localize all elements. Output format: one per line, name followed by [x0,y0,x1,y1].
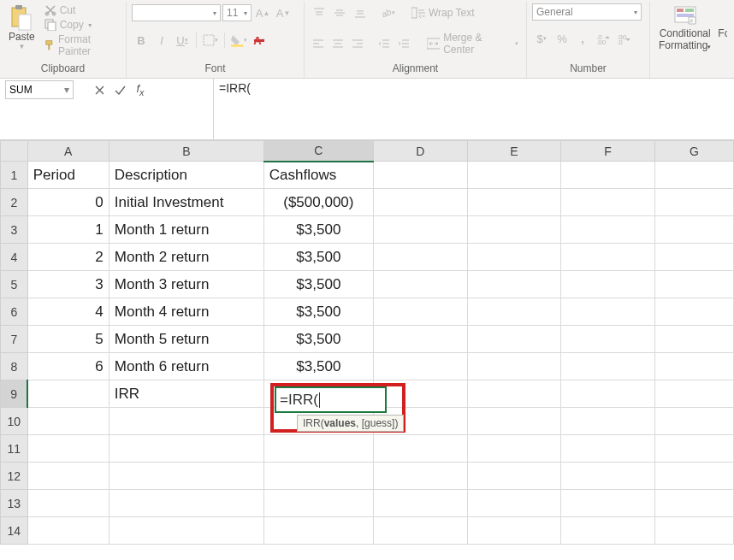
cell[interactable]: 6 [27,353,109,380]
cell[interactable] [467,463,561,490]
cell[interactable]: 1 [27,216,109,244]
row-header[interactable]: 8 [1,353,28,380]
cell[interactable]: Cashflows [263,162,373,189]
cell[interactable] [654,298,733,326]
number-format-combo[interactable]: General ▾ [532,3,642,21]
cell[interactable] [373,463,467,490]
cell[interactable] [561,517,655,545]
cell[interactable] [654,189,733,216]
row-header[interactable]: 1 [1,162,28,189]
cell[interactable] [467,216,561,244]
comma-format-button[interactable]: , [573,29,592,48]
cell[interactable] [109,435,263,463]
font-name-combo[interactable]: ▾ [132,4,221,21]
increase-font-button[interactable]: A▲ [253,3,272,22]
cell[interactable] [373,216,467,244]
cell[interactable] [561,244,655,271]
align-top-button[interactable] [310,3,329,22]
row-header[interactable]: 5 [1,271,28,298]
cell[interactable] [467,162,561,189]
cell[interactable] [109,517,263,545]
row-header[interactable]: 11 [1,435,28,463]
row-header[interactable]: 9 [1,380,28,408]
cell[interactable] [654,408,733,435]
underline-button[interactable]: U▾ [173,31,192,50]
cell[interactable] [561,353,655,380]
wrap-text-button[interactable]: Wrap Text [409,6,477,20]
cell[interactable] [373,380,467,408]
cell[interactable] [654,353,733,380]
cell[interactable] [654,380,733,408]
col-header-G[interactable]: G [654,141,733,162]
cell[interactable]: 0 [27,189,109,216]
grid-table[interactable]: A B C D E F G 1 Period Description Cashf… [0,140,734,545]
cell[interactable] [27,380,109,408]
conditional-formatting-button[interactable]: ≠ Conditional Formatting▾ [655,3,714,76]
cell[interactable] [373,271,467,298]
copy-button[interactable]: Copy ▼ [42,18,121,32]
cell[interactable] [373,326,467,353]
cell[interactable]: 2 [27,244,109,271]
row-header[interactable]: 7 [1,326,28,353]
cell[interactable] [654,517,733,545]
cell[interactable]: 5 [27,326,109,353]
align-right-button[interactable] [349,34,367,53]
select-all-corner[interactable] [1,141,28,162]
cell[interactable] [109,463,263,490]
cell[interactable]: $3,500 [263,298,373,326]
cell[interactable] [467,244,561,271]
col-header-D[interactable]: D [373,141,467,162]
cell[interactable] [373,244,467,271]
cell[interactable] [467,353,561,380]
cell[interactable] [654,490,733,517]
col-header-C[interactable]: C [263,141,373,162]
cell[interactable]: Month 3 return [109,271,263,298]
orientation-button[interactable]: ab▾ [378,3,397,22]
cell[interactable]: Initial Investment [109,189,263,216]
cell[interactable]: Description [109,162,263,189]
decrease-decimal-button[interactable]: .00.0 [614,29,633,48]
row-header[interactable]: 6 [1,298,28,326]
row-header[interactable]: 14 [1,517,28,545]
cell[interactable] [561,216,655,244]
format-as-table-button[interactable]: Fo [714,3,727,76]
font-color-button[interactable]: A ▾ [250,31,269,50]
row-header[interactable]: 3 [1,216,28,244]
cell[interactable] [467,490,561,517]
cell[interactable] [654,244,733,271]
cell[interactable]: $3,500 [263,326,373,353]
border-button[interactable]: ▾ [201,31,220,50]
cell[interactable] [27,517,109,545]
cell[interactable] [263,463,373,490]
cell[interactable]: 4 [27,298,109,326]
row-header[interactable]: 10 [1,408,28,435]
cell[interactable] [263,517,373,545]
cell[interactable] [561,326,655,353]
cell[interactable] [373,162,467,189]
row-header[interactable]: 12 [1,463,28,490]
cell[interactable] [467,517,561,545]
cell[interactable]: 3 [27,271,109,298]
cell[interactable]: $3,500 [263,244,373,271]
cell[interactable] [373,517,467,545]
cell[interactable] [373,490,467,517]
cell[interactable] [373,353,467,380]
cell[interactable]: $3,500 [263,353,373,380]
insert-function-button[interactable]: fx [132,81,149,98]
cell[interactable] [561,162,655,189]
cell[interactable] [467,380,561,408]
cell[interactable] [654,216,733,244]
cell[interactable] [561,271,655,298]
cell[interactable]: $3,500 [263,271,373,298]
cell[interactable] [373,435,467,463]
cell[interactable] [27,408,109,435]
increase-decimal-button[interactable]: .0.00 [594,29,613,48]
enter-formula-button[interactable] [111,81,128,98]
align-left-button[interactable] [310,34,328,53]
col-header-E[interactable]: E [467,141,561,162]
cell[interactable] [467,408,561,435]
cell[interactable] [654,463,733,490]
cell[interactable] [467,189,561,216]
cell[interactable] [27,490,109,517]
cell[interactable] [561,189,655,216]
